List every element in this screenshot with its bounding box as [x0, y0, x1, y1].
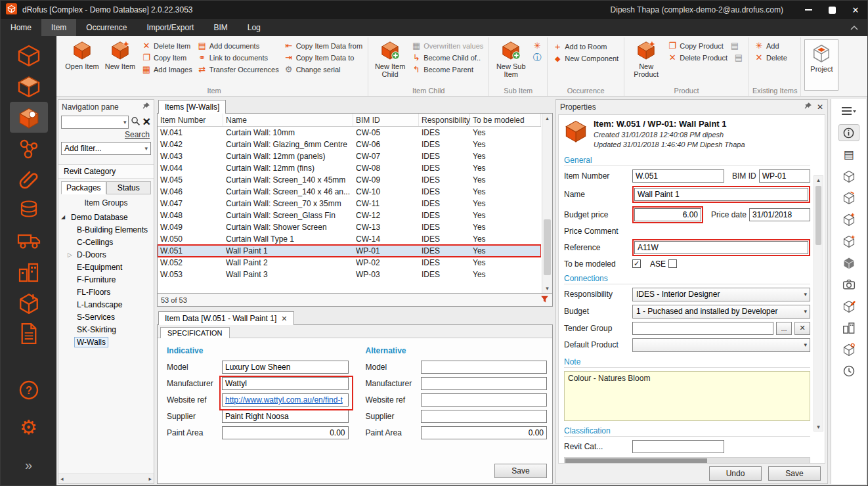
copy-item-button[interactable]: ❐Copy Item: [140, 53, 194, 62]
column-header-bim-id[interactable]: BIM ID: [353, 114, 419, 126]
responsibility-dropdown[interactable]: IDES - Interior Designer ▾: [632, 288, 810, 301]
project-button[interactable]: Project: [804, 39, 838, 91]
undo-button[interactable]: Undo: [709, 466, 762, 481]
tree-item-d-doors[interactable]: ▷D-Doors: [60, 248, 152, 261]
tree-item-fl-floors[interactable]: FL-Floors: [60, 286, 152, 298]
filter-icon[interactable]: [540, 295, 549, 305]
settings-icon[interactable]: ⚙: [10, 412, 48, 443]
alternative-supplier-input[interactable]: [421, 410, 548, 423]
tender-group-input[interactable]: [632, 322, 773, 335]
collapse-icon[interactable]: ◢: [61, 214, 68, 220]
scroll-thumb[interactable]: [544, 219, 551, 275]
scroll-down-icon[interactable]: ▾: [817, 424, 820, 430]
add-filter-dropdown[interactable]: Add filter... ▾: [61, 142, 151, 155]
database-icon[interactable]: [10, 194, 48, 225]
search-link[interactable]: Search: [125, 130, 150, 139]
scroll-up-icon[interactable]: ▴: [817, 177, 820, 183]
column-header-item-number[interactable]: Item Number: [158, 114, 223, 126]
save-button[interactable]: Save: [768, 466, 821, 481]
packages-icon[interactable]: [10, 287, 48, 318]
indicative-manufacturer-input[interactable]: [222, 377, 349, 390]
table-row-w-041[interactable]: W.041Curtain Wall: 10mmCW-05IDESYes: [158, 127, 541, 139]
derived-items-icon[interactable]: [838, 298, 859, 315]
alternative-website-ref-input[interactable]: [421, 393, 548, 407]
table-row-w-048[interactable]: W.048Curtain Wall: Screen_Glass FinCW-12…: [158, 210, 541, 221]
functions-icon[interactable]: [10, 71, 48, 102]
table-row-w-044[interactable]: W.044Curtain Wall: 12mm (fins)CW-08IDESY…: [158, 162, 541, 174]
note-textarea[interactable]: Colour - Natures Bloom: [564, 371, 810, 421]
tree-item-sk-skirting[interactable]: SK-Skirting: [60, 323, 152, 336]
tab-status[interactable]: Status: [106, 181, 152, 194]
table-row-w-043[interactable]: W.043Curtain Wall: 12mm (panels)CW-07IDE…: [158, 150, 541, 162]
restore-button[interactable]: [823, 3, 841, 17]
nav-horizontal-scrollbar[interactable]: ◂ ▸: [58, 474, 154, 483]
delete-item-button[interactable]: ✕Delete Item: [140, 41, 194, 51]
search-combobox[interactable]: ▾: [61, 116, 129, 129]
add-to-room-button[interactable]: +Add to Room: [551, 41, 620, 52]
copy-product-button[interactable]: ❐Copy Product▤: [666, 41, 745, 51]
add-images-button[interactable]: ▦Add Images: [140, 64, 194, 74]
buildings-icon[interactable]: [10, 256, 48, 287]
table-row-w-053[interactable]: W.053Wall Paint 3WP-03IDESYes: [158, 269, 541, 280]
tree-item-l-landscape[interactable]: L-Landscape: [60, 298, 152, 311]
overwritten-values-button[interactable]: ▦Overwritten values: [410, 41, 485, 51]
search-icon[interactable]: [131, 116, 141, 128]
indicative-supplier-input[interactable]: [222, 410, 349, 423]
chevron-down-icon[interactable]: ▾: [123, 119, 127, 125]
linked-items-icon[interactable]: [838, 341, 859, 358]
indicative-paint-area-input[interactable]: [222, 426, 349, 439]
table-row-w-050[interactable]: W.050Curtain Wall Type 1CW-14IDESYes: [158, 233, 541, 245]
tab-item-data[interactable]: Item Data [W.051 - Wall Paint 1] ✕: [158, 311, 294, 325]
become-parent-button[interactable]: ↰Become Parent: [410, 64, 485, 74]
table-row-w-045[interactable]: W.045Curtain Wall: Screen_140 x 45mmCW-0…: [158, 174, 541, 186]
tree-item-s-services[interactable]: S-Services: [60, 311, 152, 323]
tree-item-e-equipment[interactable]: E-Equipment: [60, 261, 152, 273]
pin-icon[interactable]: [142, 102, 150, 112]
budget-price-input[interactable]: [634, 208, 701, 221]
tab-items-w-walls[interactable]: Items [W-Walls]: [158, 100, 226, 114]
table-row-w-047[interactable]: W.047Curtain Wall: Screen_70 x 35mmCW-11…: [158, 198, 541, 210]
reports-icon[interactable]: [10, 318, 48, 349]
models-icon[interactable]: [838, 254, 859, 271]
items-icon[interactable]: [10, 102, 48, 133]
transfer-occurrences-button[interactable]: ⇄Transfer Occurrences: [196, 64, 281, 74]
logistics-icon[interactable]: [10, 225, 48, 256]
close-button[interactable]: ✕: [846, 3, 865, 17]
scroll-left-icon[interactable]: ◂: [60, 475, 64, 482]
classification-icon[interactable]: [838, 319, 859, 336]
search-input[interactable]: [62, 116, 128, 128]
tree-item-w-walls[interactable]: W-Walls: [60, 336, 152, 348]
table-row-w-049[interactable]: W.049Curtain Wall: Shower ScreenCW-13IDE…: [158, 221, 541, 233]
indicative-model-input[interactable]: [222, 361, 349, 374]
scroll-down-icon[interactable]: ▾: [546, 285, 549, 292]
existing-add-button[interactable]: ✳Add: [752, 41, 789, 51]
info-icon[interactable]: [838, 124, 859, 141]
sub-item-new-icon-button[interactable]: ✳: [531, 41, 544, 51]
price-date-input[interactable]: [749, 208, 810, 221]
menu-tab-item[interactable]: Item: [41, 19, 76, 36]
alternative-model-input[interactable]: [421, 361, 548, 374]
scroll-thumb[interactable]: [815, 186, 821, 245]
occurrences-icon[interactable]: [10, 133, 48, 164]
tree-root-demo-database[interactable]: ◢ Demo Database: [60, 211, 152, 223]
products-icon[interactable]: [838, 211, 859, 228]
scroll-up-icon[interactable]: ▴: [546, 115, 549, 121]
attachments-icon[interactable]: [10, 164, 48, 194]
change-serial-button[interactable]: ⚙Change serial: [282, 64, 364, 74]
images-icon[interactable]: [838, 276, 859, 293]
log-icon[interactable]: [838, 363, 859, 380]
expand-sidebar-icon[interactable]: »: [10, 449, 48, 480]
add-documents-button[interactable]: ▤Add documents: [196, 41, 281, 51]
collapse-ribbon-icon[interactable]: [850, 19, 858, 36]
close-icon[interactable]: ✕: [817, 102, 823, 112]
new-product-button[interactable]: New Product: [628, 39, 664, 80]
items-vertical-scrollbar[interactable]: ▴ ▾: [542, 114, 552, 293]
alternative-paint-area-input[interactable]: [421, 426, 548, 439]
tree-item-c-ceilings[interactable]: C-Ceilings: [60, 236, 152, 248]
column-header-responsibility[interactable]: Responsibility: [419, 114, 470, 126]
clear-tender-group-button[interactable]: ✕: [794, 322, 810, 335]
alternative-manufacturer-input[interactable]: [421, 377, 548, 390]
ase-checkbox[interactable]: [668, 259, 677, 268]
components-icon[interactable]: [838, 232, 859, 250]
views-menu-icon[interactable]: [838, 102, 859, 120]
